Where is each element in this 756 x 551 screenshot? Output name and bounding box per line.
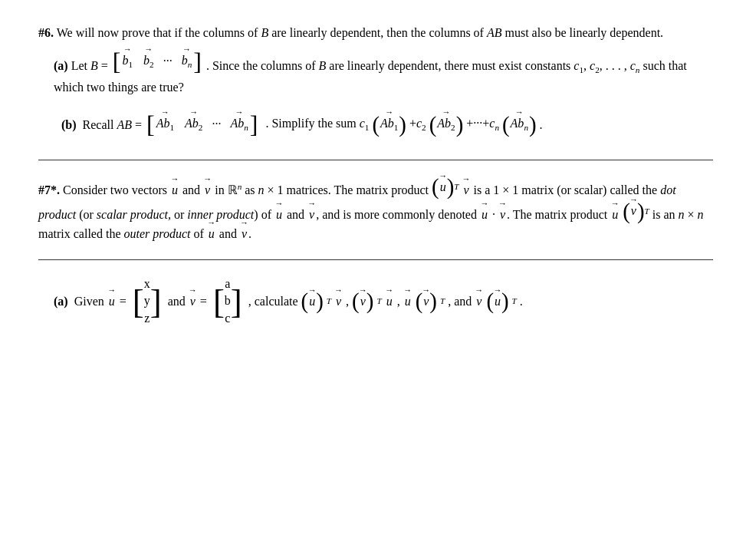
part-b-recall: Recall AB = <box>83 115 142 135</box>
close-paren-n: ) <box>529 114 537 136</box>
period-1: . <box>540 115 543 135</box>
simplify-text: . Simplify the sum c1 <box>265 114 369 135</box>
close-paren-1: ) <box>399 114 406 136</box>
problem-6: #6. We will now prove that if the column… <box>38 23 713 137</box>
v-arrow-col: → v <box>631 201 636 221</box>
u-entry-z: z <box>144 310 150 327</box>
section-divider <box>38 160 713 160</box>
close-paren-ut: ) <box>447 176 455 198</box>
Ab2-sum: → Ab2 <box>437 114 455 135</box>
v-arrow-product: → v <box>463 180 468 200</box>
u-arrow-in-paren: → u <box>440 177 446 197</box>
calculate-text: , calculate <box>248 292 298 312</box>
u-bracket-right: ] <box>150 287 162 316</box>
u-in-paren-4: → u <box>495 292 501 312</box>
u-in-paren-1: → u <box>309 292 315 312</box>
plus-c2: +c2 <box>409 114 426 135</box>
u-entry-x: x <box>144 276 150 292</box>
sum-term-n: ( → Abn ) <box>502 114 537 136</box>
problem-6-number: #6. <box>38 26 54 39</box>
ab-matrix-entries: → Ab1 → Ab2 ··· <box>155 114 250 135</box>
v-bracket-left: [ <box>213 287 225 316</box>
page-content: #6. We will now prove that if the column… <box>38 23 713 327</box>
part-b-label: (b) <box>61 115 77 135</box>
problem-6-part-a: (a) Let B = [ → b1 → b2 <box>54 49 713 97</box>
p7-part-a-label: (a) <box>54 292 68 312</box>
v-bracket-right: ] <box>231 287 242 316</box>
problem-7-text: #7*. Consider two vectors → u and → v in… <box>38 176 713 244</box>
part-a-text1: Let B = <box>71 59 111 72</box>
v-entry-b: b <box>225 292 231 309</box>
sum-term1: ( → Ab1 ) <box>372 114 406 136</box>
open-paren-1: ( <box>372 114 380 136</box>
ab-dots: ··· <box>212 114 221 134</box>
Abn-entry: → Abn <box>230 114 248 135</box>
u-expr2: → u <box>386 292 393 312</box>
u-matrix: [ x y z ] <box>133 276 162 327</box>
ab-bracket-left: [ <box>146 112 155 137</box>
expr-u-vt: ( → v ) <box>416 290 437 312</box>
v-expr4: → v <box>476 292 482 312</box>
problem-6-intro: #6. We will now prove that if the column… <box>38 23 713 43</box>
u-entry-y: y <box>144 292 150 309</box>
v-expr1: → v <box>336 292 341 312</box>
b2-entry: → b2 <box>143 51 154 72</box>
u-expr3: → u <box>405 292 411 312</box>
matrix-product-ut-v: ( → u ) <box>432 176 454 198</box>
open-paren-n: ( <box>502 114 510 136</box>
v-entry-a: a <box>225 276 230 292</box>
and-text-p7a-2: and <box>454 292 472 312</box>
matrix-B: [ → b1 → b2 ··· <box>113 49 202 74</box>
v-col-paren: ( → v ) <box>623 200 644 223</box>
u-bracket-left: [ <box>133 287 144 316</box>
v-entries: a b c <box>225 276 231 327</box>
problem-7-part-a: (a) Given → u = [ x y z <box>38 276 713 327</box>
and-text-p7a: and <box>168 292 186 312</box>
close-3: ) <box>429 290 437 312</box>
eq-sign-2: = <box>200 292 207 312</box>
p7-given-text: Given <box>74 292 104 312</box>
part-a-divider <box>38 259 713 260</box>
expr-v-ut: ( → u ) <box>486 290 508 312</box>
sum-term2: ( → Ab2 ) <box>429 114 464 136</box>
close-paren-2: ) <box>456 114 464 136</box>
Abn-sum: → Abn <box>511 114 528 135</box>
problem-6-part-b: (b) Recall AB = [ → Ab1 <box>38 112 713 137</box>
Ab1-entry: → Ab1 <box>156 114 174 135</box>
eq-sign-1: = <box>120 292 127 312</box>
problem-7-number: #7*. <box>38 183 60 196</box>
close-4: ) <box>501 290 509 312</box>
v-in-paren-3: → v <box>423 292 429 312</box>
expr-ut-v: ( → u ) <box>301 290 324 312</box>
b1-entry: → b1 <box>122 51 133 72</box>
Ab1-sum: → Ab1 <box>380 114 398 135</box>
bn-entry: → bn <box>182 51 192 72</box>
v-matrix: [ a b c ] <box>213 276 242 327</box>
problem-7-content: #7*. Consider two vectors → u and → v in… <box>38 176 713 327</box>
Ab2-entry: → Ab2 <box>185 114 202 135</box>
part-b-equation: (b) Recall AB = [ → Ab1 <box>61 112 690 137</box>
u-vec-label: → u <box>109 292 115 312</box>
ab-bracket-right: ] <box>250 112 258 137</box>
v-in-paren-2: → v <box>360 292 366 312</box>
matrix-AB: [ → Ab1 → Ab2 <box>146 112 258 137</box>
matrix-entries: → b1 → b2 ··· → bn <box>120 51 193 72</box>
bracket-left: [ <box>113 49 121 74</box>
bracket-right: ] <box>193 49 202 74</box>
u-entries: x y z <box>144 276 150 327</box>
expr-vt-u: ( → v ) <box>352 290 373 312</box>
part-a-label: (a) <box>54 59 68 72</box>
close-2: ) <box>366 290 374 312</box>
close-1: ) <box>316 290 324 312</box>
dots-entry: ··· <box>163 51 173 71</box>
problem-6-text: We will now prove that if the columns of… <box>57 26 663 39</box>
v-vec-label: → v <box>190 292 196 312</box>
problem-7: #7*. Consider two vectors → u and → v in… <box>38 176 713 327</box>
close-paren-vc: ) <box>637 200 645 223</box>
plus-dots-cn: +···+cn <box>466 114 499 135</box>
problem-7-intro: Consider two vectors → u and → v in ℝn a… <box>63 183 432 196</box>
open-paren-2: ( <box>429 114 437 136</box>
v-entry-c: c <box>225 310 230 327</box>
